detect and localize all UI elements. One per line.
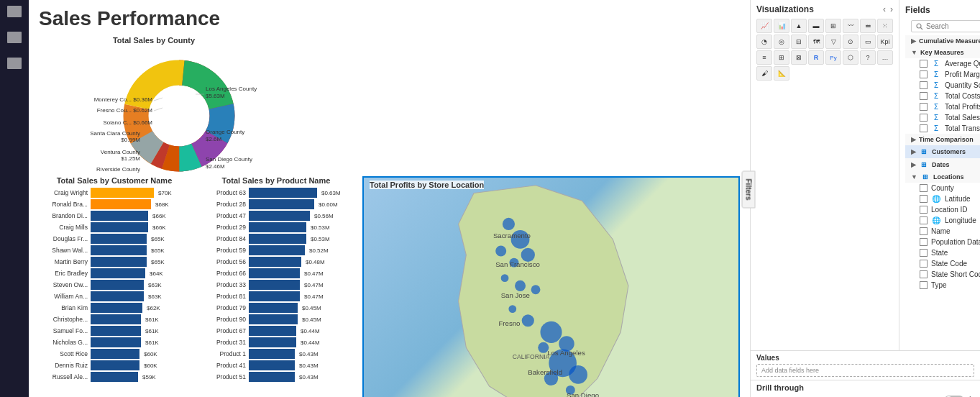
field-group-dates[interactable]: ▶ ⊞ Dates … (905, 158, 980, 171)
field-checkbox[interactable] (920, 238, 928, 246)
field-checkbox[interactable] (920, 206, 928, 214)
field-group-customers-label: Customers (932, 148, 966, 155)
field-checkbox[interactable] (920, 216, 928, 224)
field-item-latitude[interactable]: 🌐 Latitude (905, 193, 980, 204)
add-fields-placeholder[interactable]: Add data fields here (756, 364, 974, 377)
viz-icon-ribbon[interactable]: 〰 (843, 19, 858, 33)
field-item-population[interactable]: Population Data (905, 237, 980, 247)
table-row: Product 1 $0.43M (197, 349, 355, 359)
field-checkbox[interactable] (920, 195, 928, 203)
field-item-type[interactable]: Type (905, 280, 980, 291)
bar-fill (249, 245, 305, 255)
viz-icon-treemap[interactable]: ⊟ (791, 35, 807, 49)
field-item-county[interactable]: County (905, 183, 980, 193)
bar-fill (91, 314, 141, 324)
field-checkbox[interactable] (920, 81, 928, 89)
field-item-avg-qty[interactable]: Σ Average Quantity (905, 58, 980, 69)
field-checkbox[interactable] (920, 60, 928, 68)
field-checkbox[interactable] (920, 184, 928, 192)
field-checkbox[interactable] (920, 281, 928, 289)
map-container[interactable]: Total Profits by Store Location (362, 176, 740, 397)
nav-icon-data[interactable] (7, 58, 22, 69)
viz-icon-qna[interactable]: ? (860, 50, 876, 65)
field-item-total-transactions[interactable]: Σ Total Transactions (905, 123, 980, 134)
table-row: Product 56 $0.48M (197, 257, 355, 267)
viz-icon-more[interactable]: … (877, 50, 893, 65)
field-checkbox[interactable] (920, 260, 928, 268)
field-checkbox[interactable] (920, 103, 928, 111)
viz-icon-waterfall[interactable]: ⩸ (860, 19, 876, 33)
field-item-profit-margin[interactable]: Σ Profit Margin (905, 69, 980, 80)
bar-fill (91, 291, 144, 301)
map-dot (522, 314, 534, 327)
fields-search-box[interactable] (911, 20, 980, 32)
viz-icon-scatter[interactable]: ⁙ (877, 19, 893, 33)
field-checkbox[interactable] (920, 227, 928, 235)
viz-icon-bar2[interactable]: ▬ (808, 19, 824, 33)
field-checkbox[interactable] (920, 70, 928, 78)
field-item-name[interactable]: Name (905, 226, 980, 237)
field-checkbox[interactable] (920, 92, 928, 100)
product-chart-title: Total Sales by Product Name (197, 176, 355, 185)
field-group-cumulative[interactable]: ▶ Cumulative Measures (905, 35, 980, 47)
field-item-state[interactable]: State (905, 247, 980, 258)
viz-icon-line[interactable]: 📈 (756, 19, 772, 33)
bar-fill (249, 372, 295, 382)
viz-icon-funnel[interactable]: ▽ (825, 35, 841, 49)
viz-nav-right[interactable]: › (890, 4, 893, 14)
bar-fill (91, 188, 154, 198)
viz-icon-bar[interactable]: 📊 (774, 19, 789, 33)
field-item-qty-sold[interactable]: Σ Quantity Sold (905, 80, 980, 91)
field-item-total-costs[interactable]: Σ Total Costs (905, 91, 980, 101)
field-checkbox[interactable] (920, 124, 928, 132)
field-group-key-measures-label: Key Measures (920, 49, 964, 56)
bar-fill (249, 257, 301, 267)
field-checkbox[interactable] (920, 114, 928, 122)
viz-icon-kpi[interactable]: Kpi (877, 35, 893, 49)
viz-icon-card[interactable]: ▭ (860, 35, 876, 49)
field-item-state-short-code[interactable]: State Short Code (905, 269, 980, 280)
field-item-total-profits[interactable]: Σ Total Profits (905, 101, 980, 112)
table-row: Russell Ale... $59K (39, 372, 190, 382)
viz-icon-combo[interactable]: ⊞ (825, 19, 841, 33)
bar-fill (249, 291, 300, 301)
field-item-total-sales[interactable]: Σ Total Sales (905, 112, 980, 123)
viz-icon-r[interactable]: R (808, 50, 824, 65)
viz-icon-azure[interactable]: ⬡ (843, 50, 858, 65)
field-group-key-measures[interactable]: ▼ Key Measures (905, 47, 980, 58)
viz-icon-table[interactable]: ⊞ (774, 50, 789, 65)
viz-icon-map[interactable]: 🗺 (808, 35, 824, 49)
field-checkbox[interactable] (920, 249, 928, 257)
svg-text:Bakersfield: Bakersfield (528, 368, 562, 376)
field-group-time-comparison[interactable]: ▶ Time Comparison (905, 134, 980, 145)
nav-icon-grid[interactable] (7, 32, 22, 43)
field-group-locations[interactable]: ▼ ⊞ Locations (905, 171, 980, 183)
viz-icon-donut[interactable]: ◎ (774, 35, 789, 49)
field-item-longitude[interactable]: 🌐 Longitude (905, 215, 980, 226)
svg-text:$2.08M: $2.08M (121, 172, 140, 173)
viz-icon-slicer[interactable]: ≡ (756, 50, 772, 65)
bar-fill (249, 188, 317, 198)
search-input[interactable] (926, 22, 980, 30)
svg-text:San Diego: San Diego (567, 391, 599, 397)
viz-nav-left[interactable]: ‹ (883, 4, 886, 14)
field-label-type: Type (931, 281, 980, 289)
viz-icon-matrix[interactable]: ⊠ (791, 50, 807, 65)
nav-icon-reports[interactable] (7, 6, 22, 17)
viz-icon-format[interactable]: 🖌 (756, 66, 772, 81)
viz-icon-gauge[interactable]: ⊙ (843, 35, 858, 49)
filters-tab[interactable]: Filters (742, 170, 756, 208)
viz-icon-area[interactable]: ▲ (791, 19, 807, 33)
field-item-location-id[interactable]: Location ID (905, 204, 980, 215)
field-group-customers[interactable]: ▶ ⊞ Customers … (905, 145, 980, 158)
bar-fill (91, 349, 139, 359)
svg-text:$2.46M: $2.46M (206, 163, 225, 170)
viz-icon-py[interactable]: Py (825, 50, 841, 65)
svg-text:Solano C... $0.66M: Solano C... $0.66M (104, 119, 153, 126)
donut-chart[interactable]: Monterey Co... $0.36M Fresno Cou... $0.6… (39, 47, 283, 173)
field-item-state-code[interactable]: State Code (905, 258, 980, 269)
viz-icon-pie[interactable]: ◔ (756, 35, 772, 49)
bar-fill (91, 211, 148, 221)
field-checkbox[interactable] (920, 270, 928, 278)
viz-icon-analytics[interactable]: 📐 (774, 66, 789, 81)
